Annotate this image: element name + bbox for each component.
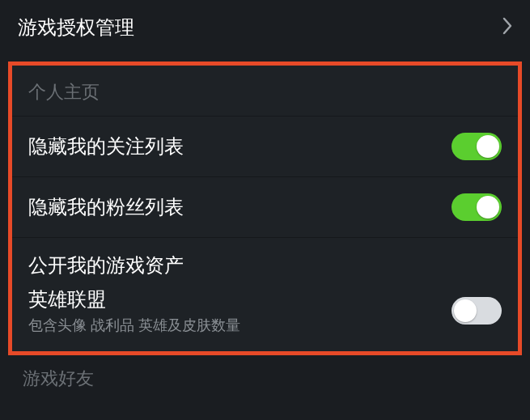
public-assets-row: 公开我的游戏资产 英雄联盟 包含头像 战利品 英雄及皮肤数量 (12, 238, 518, 351)
hide-followers-row: 隐藏我的粉丝列表 (12, 177, 518, 238)
personal-homepage-section: 个人主页 隐藏我的关注列表 隐藏我的粉丝列表 公开我的游戏资产 英雄联盟 包含头… (8, 62, 522, 355)
game-auth-row[interactable]: 游戏授权管理 (0, 0, 530, 55)
hide-followers-toggle[interactable] (452, 193, 502, 221)
toggle-knob (477, 135, 499, 158)
public-assets-toggle[interactable] (452, 297, 502, 325)
section-header: 个人主页 (12, 66, 518, 117)
hide-following-row: 隐藏我的关注列表 (12, 117, 518, 177)
asset-game-name: 英雄联盟 (28, 286, 240, 312)
hide-followers-label: 隐藏我的粉丝列表 (28, 194, 184, 220)
asset-game-desc: 包含头像 战利品 英雄及皮肤数量 (28, 316, 240, 335)
game-friends-header: 游戏好友 (0, 355, 530, 402)
toggle-knob (454, 299, 477, 322)
hide-following-toggle[interactable] (452, 133, 502, 160)
game-auth-title: 游戏授权管理 (18, 15, 134, 40)
public-assets-header: 公开我的游戏资产 (28, 252, 502, 278)
toggle-knob (477, 196, 499, 218)
chevron-right-icon (502, 17, 512, 38)
hide-following-label: 隐藏我的关注列表 (28, 134, 184, 159)
